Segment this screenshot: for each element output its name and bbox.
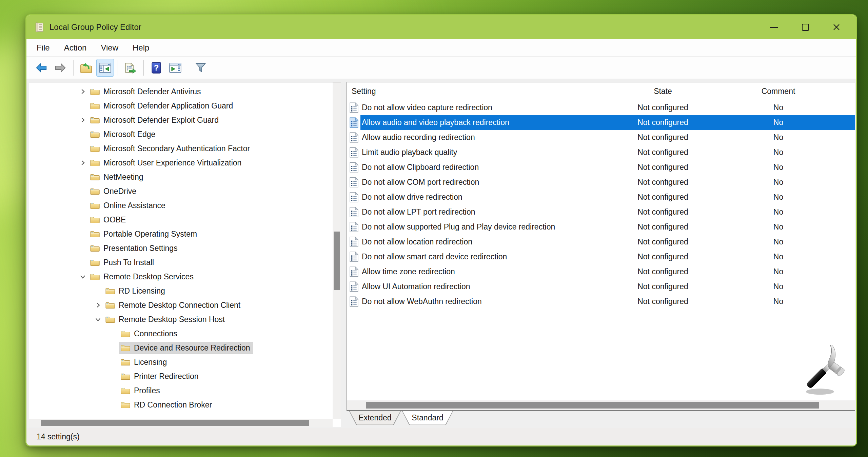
tree-item[interactable]: Online Assistance [29,198,333,213]
tree-item[interactable]: Microsoft Defender Antivirus [29,84,333,99]
chevron-icon[interactable] [77,158,89,167]
policy-row[interactable]: Do not allow COM port redirection Not co… [347,175,855,190]
tree-item[interactable]: Remote Desktop Connection Client [29,298,333,312]
column-header-setting[interactable]: Setting [347,87,624,96]
show-console-tree-button[interactable] [97,59,114,76]
policy-row[interactable]: Do not allow video capture redirection N… [347,100,855,115]
policy-row[interactable]: Do not allow smart card device redirecti… [347,249,855,264]
tree-item[interactable]: Device and Resource Redirection [29,341,333,355]
desktop-wallpaper: Local Group Policy Editor FileActionView… [0,0,868,457]
tree-item[interactable]: Licensing [29,355,333,369]
column-divider[interactable] [624,85,624,97]
filter-button[interactable] [192,59,209,76]
menu-item-file[interactable]: File [37,43,50,53]
policy-row[interactable]: Do not allow LPT port redirection Not co… [347,204,855,219]
window-title: Local Group Policy Editor [50,22,141,32]
column-divider[interactable] [702,85,702,97]
tree-horizontal-scrollbar-thumb[interactable] [41,420,309,426]
show-action-pane-button[interactable] [167,59,184,76]
folder-icon [120,330,131,338]
tree-vertical-scrollbar-thumb[interactable] [334,232,340,290]
policy-icon [350,252,358,262]
list-horizontal-scrollbar-thumb[interactable] [366,402,819,409]
menu-item-view[interactable]: View [101,43,118,53]
tree-item[interactable]: NetMeeting [29,170,333,184]
policy-row[interactable]: Do not allow location redirection Not co… [347,234,855,249]
policy-state: Not configured [624,297,702,306]
policy-icon [350,207,358,217]
policy-icon [350,266,358,277]
hammer-cursor [800,345,853,398]
tree-item-label: Licensing [134,358,167,367]
forward-button[interactable] [52,59,69,76]
up-one-level-button[interactable] [78,59,95,76]
policy-state: Not configured [624,178,702,187]
policy-setting-name: Do not allow LPT port redirection [362,207,475,217]
tree-item[interactable]: RD Licensing [29,284,333,298]
policy-setting-name: Allow audio recording redirection [362,133,475,142]
tree-item[interactable]: Profiles [29,383,333,398]
chevron-icon[interactable] [77,116,89,124]
chevron-icon[interactable] [92,315,104,324]
chevron-icon[interactable] [77,87,89,96]
maximize-button[interactable] [790,15,821,39]
policy-state: Not configured [624,252,702,261]
tab-extended[interactable]: Extended [349,411,401,425]
policy-row[interactable]: Do not allow supported Plug and Play dev… [347,219,855,234]
policy-row[interactable]: Allow time zone redirection Not configur… [347,264,855,279]
column-header-comment[interactable]: Comment [702,87,855,96]
tree-item[interactable]: Printer Redirection [29,369,333,383]
policy-comment: No [702,193,855,202]
tree-horizontal-scrollbar[interactable] [29,419,333,427]
menu-item-action[interactable]: Action [64,43,87,53]
title-bar[interactable]: Local Group Policy Editor [26,15,856,39]
tree-item[interactable]: Microsoft Secondary Authentication Facto… [29,141,333,156]
tree-item[interactable]: Remote Desktop Session Host [29,312,333,326]
tree-item[interactable]: Presentation Settings [29,241,333,255]
tree-item[interactable]: RD Connection Broker [29,398,333,412]
tree-item[interactable]: Push To Install [29,255,333,270]
policy-setting-name: Allow UI Automation redirection [362,282,470,291]
policy-row[interactable]: Allow audio recording redirection Not co… [347,130,855,145]
tree-item[interactable]: Microsoft Defender Exploit Guard [29,113,333,127]
export-list-button[interactable] [122,59,139,76]
tree-item[interactable]: OneDrive [29,184,333,198]
tree-item[interactable]: OOBE [29,213,333,227]
list-horizontal-scrollbar[interactable] [347,400,855,410]
tree-item[interactable]: Remote Desktop Services [29,270,333,284]
close-button[interactable] [821,15,852,39]
policy-setting-name: Allow time zone redirection [362,267,455,276]
folder-icon [105,301,115,309]
back-button[interactable] [33,59,50,76]
chevron-icon[interactable] [77,272,89,281]
policy-row[interactable]: Allow audio and video playback redirecti… [347,115,855,130]
folder-icon [90,258,100,266]
minimize-button[interactable] [758,15,790,39]
tree-item[interactable]: Connections [29,326,333,341]
tree-item-label: Microsoft Defender Antivirus [103,87,201,96]
menu-item-help[interactable]: Help [133,43,149,53]
tree-item[interactable]: Microsoft Edge [29,127,333,141]
tree-item[interactable]: Portable Operating System [29,227,333,241]
policy-row[interactable]: Limit audio playback quality Not configu… [347,145,855,160]
tab-standard[interactable]: Standard [402,411,453,425]
policy-setting-name: Do not allow COM port redirection [362,178,479,187]
gpedit-app-icon [34,22,45,33]
tree-item[interactable]: Microsoft User Experience Virtualization [29,156,333,170]
menu-bar: FileActionViewHelp [26,39,856,57]
tree-vertical-scrollbar[interactable] [333,82,341,419]
policy-icon [350,192,358,202]
filter-funnel-icon [194,62,207,74]
tree-item[interactable]: Microsoft Defender Application Guard [29,99,333,113]
policy-row[interactable]: Do not allow Clipboard redirection Not c… [347,160,855,175]
help-button[interactable]: ? [148,59,165,76]
folder-icon [120,386,131,395]
policy-row[interactable]: Do not allow drive redirection Not confi… [347,190,855,204]
policy-row[interactable]: Do not allow WebAuthn redirection Not co… [347,294,855,309]
tab-standard-label: Standard [403,411,453,425]
policy-row[interactable]: Allow UI Automation redirection Not conf… [347,279,855,294]
chevron-icon[interactable] [92,301,104,310]
folder-icon [90,173,100,181]
tree-item-label: Microsoft Defender Exploit Guard [103,116,219,125]
column-header-state[interactable]: State [624,87,702,96]
